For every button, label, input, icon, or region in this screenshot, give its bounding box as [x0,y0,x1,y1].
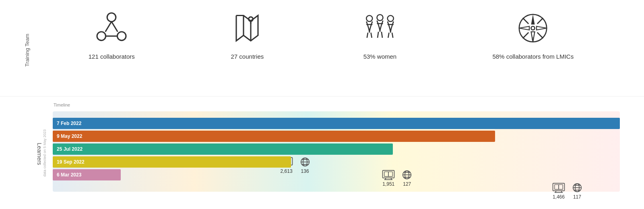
svg-line-16 [378,32,378,38]
sep-countries: 127 [403,181,411,187]
training-section: Training Team 121 collaborators [0,0,644,96]
bar-sep2022: 19 Sep 2022 [53,156,291,168]
svg-marker-26 [519,27,529,30]
sep-learners: 1,951 [382,181,394,187]
globe-icon-jul: 136 [298,156,312,174]
svg-line-3 [105,22,111,32]
map-icon [227,8,267,48]
bar-feb2022-label: 7 Feb 2022 [57,121,81,126]
bar-mar2023-label: 6 Mar 2023 [57,172,81,178]
svg-line-17 [382,32,382,38]
learners-sublabel: data collected on 5 May 2023 [43,129,47,177]
svg-point-14 [377,14,383,20]
stat-women: 53% women [360,8,400,60]
timeline-title: Timeline [54,102,620,107]
svg-point-0 [107,13,116,22]
svg-line-12 [367,33,368,38]
svg-point-2 [118,32,126,41]
jul-learners: 2,613 [281,168,293,174]
monitor-icon-sep: 1,951 [382,169,395,187]
svg-line-4 [111,22,118,32]
svg-point-1 [97,32,106,41]
stat-collaborators: 121 collaborators [89,8,135,60]
bar-feb2022: 7 Feb 2022 [53,118,620,129]
svg-line-31 [537,33,543,38]
stat-countries: 27 countries [227,8,267,60]
milestone-mar2023-icons: 1,466 117 [552,182,584,200]
women-label: 53% women [363,53,397,60]
network-icon [91,8,132,48]
svg-point-10 [366,16,372,22]
people-icon [360,8,400,48]
bar-may2022-label: 9 May 2022 [57,133,82,139]
mar-learners: 1,466 [553,194,565,200]
svg-marker-27 [537,27,547,30]
stat-cards: 121 collaborators 27 countries [42,8,620,60]
svg-line-29 [537,18,543,24]
bar-jul2022-label: 25 Jul 2022 [57,146,83,152]
timeline-bars: 7 Feb 2022 4,401 [53,118,620,198]
jul-countries: 136 [301,168,309,174]
bar-jul2022: 25 Jul 2022 [53,143,393,155]
milestone-mar2023-data: 1,466 117 [552,182,584,200]
bar-mar2023: 6 Mar 2023 [53,169,121,180]
svg-marker-24 [531,14,535,25]
svg-line-13 [371,33,372,38]
learners-section: Learners data collected on 5 May 2023 Ti… [0,96,644,209]
compass-icon: S [513,8,553,48]
svg-line-28 [523,18,528,24]
svg-point-18 [388,16,394,22]
globe-icon-sep: 127 [400,169,414,187]
mar-countries: 117 [573,194,581,200]
svg-line-21 [392,33,393,38]
timeline-container: Timeline 7 Feb 2022 [53,102,620,198]
stat-lmics: S 58% collaborators from LMICs [492,8,574,60]
learners-label: Learners [36,143,43,165]
bar-sep2022-label: 19 Sep 2022 [57,159,85,165]
milestone-sep2022-icons: 1,951 127 [382,169,414,187]
svg-line-20 [388,33,389,38]
globe-icon-mar: 117 [570,182,584,200]
training-label: Training Team [24,34,30,67]
bar-may2022: 9 May 2022 [53,131,495,142]
lmics-label: 58% collaborators from LMICs [492,53,574,60]
collaborators-label: 121 collaborators [89,53,135,60]
countries-label: 27 countries [231,53,264,60]
svg-text:S: S [532,37,534,41]
svg-point-23 [531,27,535,30]
milestone-sep2022-data: 1,951 127 [382,169,414,187]
svg-line-30 [523,33,528,38]
monitor-icon-mar: 1,466 [552,182,566,200]
